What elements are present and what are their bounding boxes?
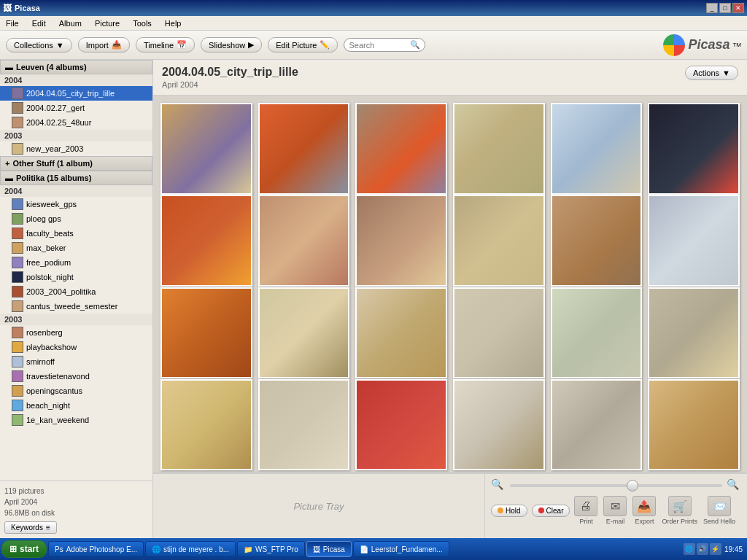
taskbar-ftp[interactable]: 📁 WS_FTP Pro — [237, 541, 305, 557]
sidebar-group-leuven[interactable]: ▬ Leuven (4 albums) — [0, 60, 152, 74]
chevron-down-icon: ▼ — [56, 41, 64, 50]
zoom-in-icon[interactable]: 🔍 — [727, 478, 741, 493]
album-thumb — [12, 370, 23, 382]
close-button[interactable]: ✕ — [732, 3, 744, 13]
sidebar-stats: 119 pictures April 2004 96.8MB on disk — [4, 486, 148, 518]
timeline-button[interactable]: Timeline 📅 — [136, 37, 195, 52]
photo-item-11[interactable] — [551, 195, 643, 287]
menu-tools[interactable]: Tools — [130, 18, 155, 29]
photo-item-17[interactable] — [551, 287, 643, 379]
photo-item-10[interactable] — [453, 195, 545, 287]
photo-item-3[interactable] — [355, 103, 447, 195]
edit-picture-button[interactable]: Edit Picture ✏️ — [268, 37, 338, 52]
photo-item-2[interactable] — [258, 103, 350, 195]
picasa-taskbar-icon: 🖼 — [313, 545, 320, 553]
print-button[interactable]: 🖨 Print — [574, 496, 597, 525]
minimize-button[interactable]: _ — [706, 3, 718, 13]
doc-icon: 📄 — [360, 545, 368, 553]
album-name: beach_night — [26, 401, 70, 410]
menu-file[interactable]: File — [3, 18, 22, 29]
album-name: 2004.02.27_gert — [26, 104, 85, 112]
import-icon: 📥 — [112, 40, 122, 50]
sidebar-item-max-beker[interactable]: max_beker — [0, 241, 152, 255]
sidebar-item-new-year[interactable]: new_year_2003 — [0, 141, 152, 156]
sidebar-item-ploeg[interactable]: ploeg gps — [0, 211, 152, 226]
keywords-button[interactable]: Keywords ≡ — [4, 521, 57, 534]
import-button[interactable]: Import 📥 — [78, 37, 130, 52]
taskbar-photoshop[interactable]: Ps Adobe Photoshop E... — [48, 541, 144, 557]
search-input[interactable] — [349, 41, 407, 50]
sidebar-item-beach[interactable]: beach_night — [0, 398, 152, 413]
photo-item-23[interactable] — [551, 379, 643, 471]
menu-album[interactable]: Album — [56, 18, 85, 29]
album-title: 2004.04.05_city_trip_lille — [162, 66, 298, 79]
zoom-slider[interactable] — [510, 484, 722, 487]
menu-picture[interactable]: Picture — [92, 18, 123, 29]
sidebar-item-kiesweek[interactable]: kiesweek_gps — [0, 197, 152, 211]
sidebar-item-faculty[interactable]: faculty_beats — [0, 226, 152, 241]
photo-item-18[interactable] — [648, 287, 740, 379]
zoom-out-icon[interactable]: 🔍 — [491, 478, 506, 493]
taskbar-browser[interactable]: 🌐 stijn de meyere . b... — [145, 541, 236, 557]
photo-item-14[interactable] — [258, 287, 350, 379]
search-icon[interactable]: 🔍 — [410, 40, 420, 50]
ftp-label: WS_FTP Pro — [255, 545, 298, 553]
collapse-icon: ▬ — [5, 63, 13, 71]
sidebar-item-1e-kan[interactable]: 1e_kan_weekend — [0, 413, 152, 427]
photo-item-9[interactable] — [355, 195, 447, 287]
photo-grid — [153, 96, 747, 472]
actions-button[interactable]: Actions ▼ — [685, 66, 738, 80]
photo-item-24[interactable] — [648, 379, 740, 471]
photo-item-16[interactable] — [453, 287, 545, 379]
album-thumb — [12, 385, 23, 397]
album-thumb — [12, 356, 23, 368]
sidebar-item-playback[interactable]: playbackshow — [0, 340, 152, 354]
zoom-thumb[interactable] — [627, 480, 638, 491]
sidebar-item-smirnoff[interactable]: smirnoff — [0, 354, 152, 369]
photo-item-7[interactable] — [160, 195, 252, 287]
taskbar-picasa[interactable]: 🖼 Picasa — [306, 541, 352, 557]
menu-help[interactable]: Help — [162, 18, 185, 29]
sidebar-item-48uur[interactable]: 2004.02.25_48uur — [0, 115, 152, 130]
photo-item-4[interactable] — [453, 103, 545, 195]
photo-item-5[interactable] — [551, 103, 643, 195]
hold-button[interactable]: Hold — [491, 505, 527, 517]
slideshow-button[interactable]: Slideshow ▶ — [201, 37, 262, 52]
sidebar-item-cantus[interactable]: cantus_tweede_semester — [0, 299, 152, 314]
photo-item-15[interactable] — [355, 287, 447, 379]
start-button[interactable]: ⊞ start — [1, 540, 47, 558]
album-name: cantus_tweede_semester — [26, 302, 117, 311]
photo-item-21[interactable] — [355, 379, 447, 471]
photo-thumbnail-7 — [162, 196, 251, 285]
sidebar-item-openings[interactable]: openingscantus — [0, 384, 152, 398]
maximize-button[interactable]: □ — [719, 3, 731, 13]
sidebar-item-gert[interactable]: 2004.02.27_gert — [0, 101, 152, 115]
sidebar-group-politika[interactable]: ▬ Politika (15 albums) — [0, 171, 152, 185]
photo-item-13[interactable] — [160, 287, 252, 379]
sidebar-item-polstok[interactable]: polstok_night — [0, 270, 152, 284]
photo-item-12[interactable] — [648, 195, 740, 287]
sidebar-group-other[interactable]: + Other Stuff (1 album) — [0, 156, 152, 171]
photo-item-22[interactable] — [453, 379, 545, 471]
collections-button[interactable]: Collections ▼ — [6, 38, 72, 52]
taskbar-leerstof[interactable]: 📄 Leerstof_Fundamen... — [353, 541, 449, 557]
photo-item-20[interactable] — [258, 379, 350, 471]
photo-thumbnail-18 — [649, 289, 738, 378]
bottom-tray: Picture Tray 🔍 🔍 Hold — [153, 472, 747, 538]
sidebar-item-travestie[interactable]: travestietenavond — [0, 369, 152, 384]
photo-thumbnail-24 — [649, 381, 738, 470]
order-prints-button[interactable]: 🛒 Order Prints — [662, 496, 697, 525]
clear-button[interactable]: Clear — [532, 505, 570, 517]
sidebar-item-politika[interactable]: 2003_2004_politika — [0, 284, 152, 299]
sidebar-item-free-podium[interactable]: free_podium — [0, 255, 152, 270]
email-button[interactable]: ✉ E-mail — [603, 496, 627, 525]
sidebar-item-rosenberg[interactable]: rosenberg — [0, 325, 152, 340]
export-button[interactable]: 📤 Export — [632, 496, 656, 525]
photo-item-1[interactable] — [160, 103, 252, 195]
photo-item-6[interactable] — [648, 103, 740, 195]
photo-item-19[interactable] — [160, 379, 252, 471]
send-hello-button[interactable]: 📨 Send Hello — [703, 496, 735, 525]
photo-item-8[interactable] — [258, 195, 350, 287]
sidebar-item-city-trip-lille[interactable]: 2004.04.05_city_trip_lille — [0, 86, 152, 101]
menu-edit[interactable]: Edit — [29, 18, 49, 29]
